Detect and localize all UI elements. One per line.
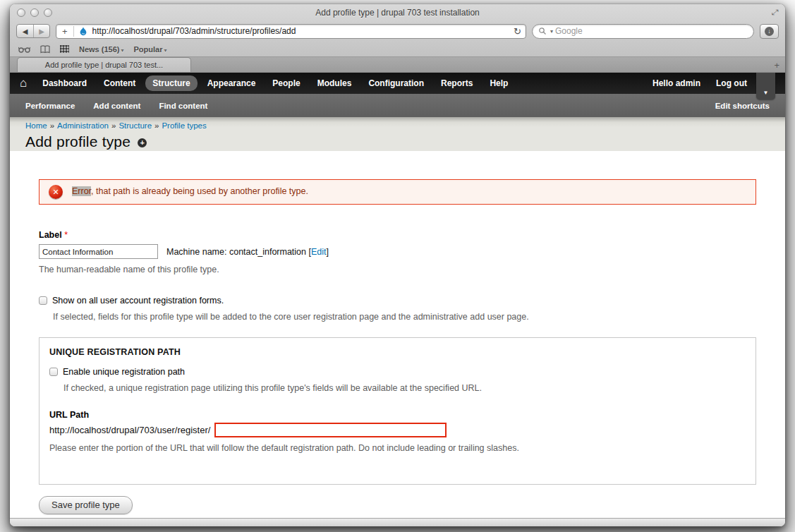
add-circle-icon[interactable]: + bbox=[138, 138, 147, 147]
logout-link[interactable]: Log out bbox=[716, 78, 747, 88]
chevron-down-icon: ▾ bbox=[121, 47, 123, 54]
toolbar-item-content[interactable]: Content bbox=[97, 75, 142, 91]
drupal-favicon bbox=[78, 26, 88, 36]
toolbar-item-reports[interactable]: Reports bbox=[434, 75, 480, 91]
toolbar-item-modules[interactable]: Modules bbox=[310, 75, 359, 91]
page-title: Add profile type bbox=[25, 133, 131, 150]
bookmarks-bar: News (156)▾ Popular▾ bbox=[10, 42, 785, 56]
label-form-item: Label * Machine name: contact_informatio… bbox=[39, 230, 756, 274]
breadcrumb-structure[interactable]: Structure bbox=[119, 121, 152, 130]
breadcrumb-separator: » bbox=[154, 121, 159, 130]
registration-checkbox[interactable] bbox=[39, 296, 47, 305]
drupal-admin-toolbar: ⌂ Dashboard Content Structure Appearance… bbox=[10, 73, 785, 94]
search-input[interactable] bbox=[555, 26, 748, 36]
download-icon: ↓ bbox=[765, 27, 774, 36]
breadcrumb-separator: » bbox=[50, 121, 54, 130]
navigation-toolbar: ◀ ▶ + http://localhost/drupal/703/admin/… bbox=[10, 20, 785, 42]
fieldset-legend: UNIQUE REGISTRATION PATH bbox=[49, 347, 746, 357]
shortcut-find-content[interactable]: Find content bbox=[159, 102, 207, 110]
search-field[interactable]: ▾ bbox=[532, 24, 754, 39]
page-header: Home»Administration»Structure»Profile ty… bbox=[10, 117, 785, 151]
url-text[interactable]: http://localhost/drupal/703/admin/struct… bbox=[92, 26, 510, 36]
shortcut-add-content[interactable]: Add content bbox=[93, 102, 140, 110]
label-field-label: Label bbox=[39, 230, 62, 240]
history-control: ◀ ▶ bbox=[16, 24, 50, 38]
enable-path-checkbox-label[interactable]: Enable unique registration path bbox=[63, 367, 185, 377]
toolbar-item-configuration[interactable]: Configuration bbox=[361, 75, 431, 91]
back-icon[interactable]: ◀ bbox=[17, 25, 33, 37]
url-field[interactable]: + http://localhost/drupal/703/admin/stru… bbox=[56, 24, 526, 39]
save-profile-type-button[interactable]: Save profile type bbox=[39, 496, 133, 514]
add-bookmark-icon[interactable]: + bbox=[61, 26, 74, 37]
error-text: , that path is already being used by ano… bbox=[91, 186, 308, 196]
main-content: ✕ Error, that path is already being used… bbox=[10, 151, 785, 518]
registration-checkbox-row: Show on all user account registration fo… bbox=[39, 296, 756, 306]
breadcrumb-administration[interactable]: Administration bbox=[57, 121, 109, 130]
toolbar-item-dashboard[interactable]: Dashboard bbox=[35, 75, 94, 91]
breadcrumb-separator: » bbox=[111, 121, 116, 130]
bookmark-folder-popular[interactable]: Popular▾ bbox=[134, 45, 167, 54]
search-options-caret-icon[interactable]: ▾ bbox=[550, 28, 553, 35]
shortcut-performance[interactable]: Performance bbox=[25, 102, 75, 110]
breadcrumb-home[interactable]: Home bbox=[25, 121, 47, 130]
toolbar-drawer-toggle[interactable]: ▼ bbox=[756, 73, 775, 99]
enable-path-checkbox[interactable] bbox=[49, 368, 58, 376]
registration-checkbox-label[interactable]: Show on all user account registration fo… bbox=[52, 296, 224, 306]
unique-registration-path-fieldset: UNIQUE REGISTRATION PATH Enable unique r… bbox=[39, 337, 756, 485]
registration-checkbox-description: If selected, fields for this profile typ… bbox=[53, 312, 756, 322]
home-icon[interactable]: ⌂ bbox=[20, 77, 27, 89]
window-title: Add profile type | drupal 703 test insta… bbox=[10, 8, 785, 18]
url-path-label: URL Path bbox=[49, 410, 746, 420]
chevron-down-icon: ▼ bbox=[763, 90, 769, 96]
chevron-down-icon: ▾ bbox=[164, 47, 166, 54]
reader-glasses-icon[interactable] bbox=[18, 46, 30, 53]
toolbar-item-help[interactable]: Help bbox=[483, 75, 515, 91]
enable-path-checkbox-row: Enable unique registration path bbox=[49, 367, 746, 377]
forward-icon[interactable]: ▶ bbox=[33, 25, 49, 37]
machine-name-edit-link[interactable]: Edit bbox=[311, 247, 327, 257]
reload-icon[interactable]: ↻ bbox=[514, 26, 521, 37]
title-bar[interactable]: Add profile type | drupal 703 test insta… bbox=[10, 4, 785, 20]
search-icon bbox=[538, 27, 547, 35]
label-description: The human-readable name of this profile … bbox=[39, 265, 756, 274]
url-path-description: Please enter the portion of the URL that… bbox=[49, 443, 746, 453]
edit-shortcuts-link[interactable]: Edit shortcuts bbox=[715, 102, 770, 110]
error-highlighted-word: Error bbox=[72, 186, 91, 196]
shortcuts-bar: Performance Add content Find content Edi… bbox=[10, 94, 785, 117]
label-input[interactable] bbox=[39, 244, 158, 259]
user-greeting[interactable]: Hello admin bbox=[653, 78, 700, 88]
toolbar-item-appearance[interactable]: Appearance bbox=[200, 75, 263, 91]
error-icon: ✕ bbox=[49, 185, 63, 199]
status-bar bbox=[10, 518, 785, 526]
enable-path-description: If checked, a unique registration page u… bbox=[63, 383, 746, 393]
browser-window: Add profile type | drupal 703 test insta… bbox=[10, 4, 785, 526]
fullscreen-icon[interactable]: ⤢ bbox=[772, 8, 779, 17]
breadcrumb: Home»Administration»Structure»Profile ty… bbox=[25, 120, 785, 130]
error-message: ✕ Error, that path is already being used… bbox=[39, 179, 756, 205]
bookmarks-book-icon[interactable] bbox=[40, 45, 50, 54]
tab-active[interactable]: Add profile type | drupal 703 test... bbox=[17, 57, 191, 72]
breadcrumb-profile-types[interactable]: Profile types bbox=[162, 121, 206, 130]
new-tab-icon[interactable]: + bbox=[774, 60, 779, 71]
downloads-button[interactable]: ↓ bbox=[760, 24, 779, 39]
url-prefix-text: http://localhost/drupal/703/user/registe… bbox=[49, 425, 210, 435]
bookmark-folder-news[interactable]: News (156)▾ bbox=[79, 45, 124, 54]
machine-name-text: Machine name: contact_information [Edit] bbox=[166, 247, 329, 257]
top-sites-grid-icon[interactable] bbox=[60, 45, 69, 53]
tab-bar: Add profile type | drupal 703 test... + bbox=[10, 56, 785, 72]
url-path-input[interactable] bbox=[214, 423, 447, 437]
toolbar-item-structure[interactable]: Structure bbox=[145, 75, 197, 91]
browser-chrome: Add profile type | drupal 703 test insta… bbox=[10, 4, 785, 73]
required-marker: * bbox=[64, 230, 68, 240]
toolbar-item-people[interactable]: People bbox=[265, 75, 307, 91]
